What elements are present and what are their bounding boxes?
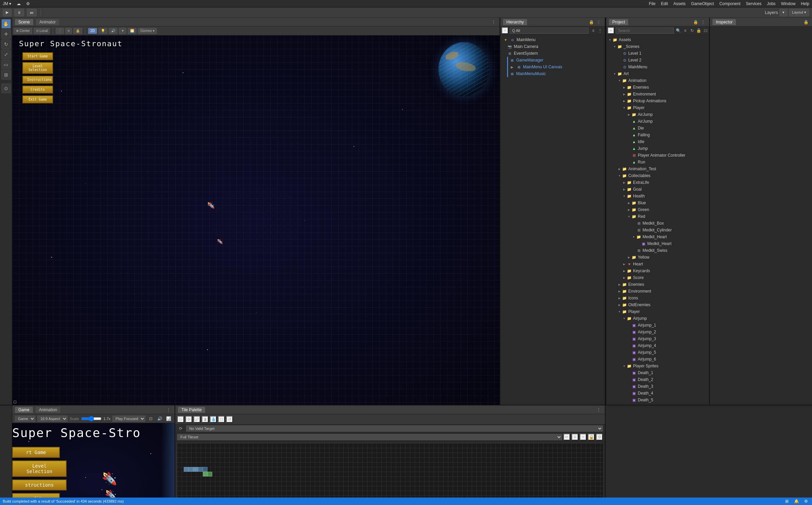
tree-airjump1[interactable]: ▣ Airjump_1 [608, 322, 708, 329]
tile-erase-btn[interactable]: ◻ [218, 416, 225, 423]
menu-jobs[interactable]: Jobs [767, 1, 775, 6]
game-maximize-btn[interactable]: ⊡ [147, 415, 154, 422]
hierarchy-filter-btn[interactable]: ≡ [590, 27, 597, 34]
tree-airjump6[interactable]: ▣ Airjump_6 [608, 356, 708, 363]
hier-mainmenu-music[interactable]: ⊞ MainMenuMusic [502, 70, 603, 77]
tree-mainmenu-scene[interactable]: ⊙ MainMenu [608, 64, 708, 70]
tree-keycards-folder[interactable]: ▶ 📁 Keycards [608, 267, 708, 274]
aspect-dropdown[interactable]: 16:9 Aspect [37, 416, 68, 422]
tree-scenes-folder[interactable]: ▼ 📁 _Scenes [608, 43, 708, 50]
collab-btn[interactable]: ☁ [17, 1, 21, 6]
tile-rotate-btn[interactable]: ↺ [226, 416, 233, 423]
scene-audio-btn[interactable]: 🔊 [109, 28, 118, 34]
tree-airjump-subfolder[interactable]: ▶ 📁 AirJump [608, 111, 708, 118]
tool-hand[interactable]: ✋ [1, 19, 11, 29]
pause-button[interactable]: ⏸ [14, 9, 24, 16]
tileset-add-btn[interactable]: + [580, 434, 587, 440]
scene-options-btn[interactable]: ⋮ [490, 19, 497, 25]
tree-jump-anim[interactable]: ▲ Jump [608, 145, 708, 152]
hier-main-camera[interactable]: 📷 Main Camera [502, 43, 603, 50]
project-refresh-btn[interactable]: ↻ [689, 27, 696, 34]
tool-custom[interactable]: ⊙ [1, 84, 11, 93]
game-select-dropdown[interactable]: Game [15, 416, 35, 422]
tab-animator[interactable]: Animator [36, 19, 59, 25]
tileset-lock-btn[interactable]: 🔒 [588, 434, 595, 440]
project-filter-btn[interactable]: ≡ [682, 27, 689, 34]
tab-animation[interactable]: Animation [36, 407, 60, 413]
tool-rotate[interactable]: ↻ [1, 39, 11, 49]
tab-scene[interactable]: Scene [15, 19, 33, 25]
play-button[interactable]: ▶ [3, 9, 12, 16]
local-global-btn[interactable]: ⊙ Local [34, 28, 50, 34]
tileset-edit-btn[interactable]: ✏ [563, 434, 570, 440]
scene-gizmos-btn[interactable]: Gizmos ▾ [138, 28, 157, 34]
game-stats-btn[interactable]: 📊 [165, 415, 172, 422]
tab-game[interactable]: Game [15, 407, 33, 413]
tree-level2[interactable]: ⊙ Level 2 [608, 57, 708, 64]
tileset-grid-btn[interactable]: # [572, 434, 578, 440]
tab-hierarchy[interactable]: Hierarchy [503, 19, 527, 25]
status-icon-1[interactable]: ⊞ [783, 498, 790, 505]
tree-death4[interactable]: ▣ Death_4 [608, 390, 708, 397]
scene-light-btn[interactable]: 💡 [98, 28, 107, 34]
project-search[interactable] [616, 28, 674, 34]
scene-view-options[interactable]: ⋮ [56, 28, 64, 34]
scene-fx-btn[interactable]: ✦ [119, 28, 126, 34]
tree-animation-folder[interactable]: ▼ 📁 Animation [608, 77, 708, 84]
mode-2d-btn[interactable]: 2D [88, 28, 97, 34]
tree-death5[interactable]: ▣ Death_5 [608, 397, 708, 403]
tree-yellow-folder[interactable]: ▶ 📁 Yellow [608, 254, 708, 261]
hierarchy-lock-btn[interactable]: 🔒 [588, 19, 595, 25]
tab-tile-palette[interactable]: Tile Palette [178, 407, 205, 413]
tree-health-folder[interactable]: ▼ 📁 Health [608, 193, 708, 199]
tree-airjump2[interactable]: ▣ Airjump_2 [608, 329, 708, 335]
status-icon-3[interactable]: ⚙ [802, 498, 809, 505]
tree-score-folder[interactable]: ▶ 📁 Score [608, 274, 708, 281]
inspector-lock-btn[interactable]: 🔒 [802, 19, 809, 25]
tile-fill-btn[interactable]: ▮ [202, 416, 209, 423]
tree-death1[interactable]: ▣ Death_1 [608, 369, 708, 376]
tile-target-dropdown[interactable]: No Valid Target [186, 425, 603, 432]
layout-dropdown[interactable]: Layout ▾ [789, 9, 809, 16]
tree-player-controller[interactable]: ⊞ Player Animator Controller [608, 152, 708, 159]
tree-art-folder[interactable]: ▼ 📁 Art [608, 70, 708, 77]
project-search-icon[interactable]: 🔍 [675, 27, 682, 34]
tile-picker-btn[interactable]: 💧 [210, 416, 217, 423]
menu-gameobject[interactable]: GameObject [691, 1, 714, 6]
project-options-btn[interactable]: ⋮ [700, 19, 706, 25]
tree-heart-folder[interactable]: ▶ ♥ Heart [608, 261, 708, 267]
tree-die-anim[interactable]: ▲ Die [608, 125, 708, 132]
tile-canvas[interactable] [177, 443, 603, 504]
hier-mainmenu-canvas[interactable]: ▶ ⊞ MainMenu UI Canvas [502, 64, 603, 70]
tree-falling-anim[interactable]: ▲ Falling [608, 132, 708, 138]
tree-red-folder[interactable]: ▼ 📁 Red [608, 213, 708, 220]
tree-medkit-cylinder[interactable]: ⊞ Medkit_Cylinder [608, 227, 708, 233]
tool-transform[interactable]: ⊞ [1, 70, 11, 80]
tree-icons-folder[interactable]: ▶ 📁 Icons [608, 295, 708, 301]
account-btn[interactable]: JM ▾ [3, 1, 11, 6]
tree-medkit-box[interactable]: ⊞ Medkit_Box [608, 220, 708, 227]
play-focused-dropdown[interactable]: Play Focused [112, 416, 145, 422]
scene-corner-handle[interactable] [14, 401, 16, 403]
layers-dropdown[interactable]: ▾ [779, 9, 788, 16]
tree-goal-folder[interactable]: ▶ 📁 Goal [608, 186, 708, 193]
tree-assets[interactable]: ▼ 📁 Assets [608, 36, 708, 43]
menu-assets[interactable]: Assets [673, 1, 686, 6]
tree-airjump5[interactable]: ▣ Airjump_5 [608, 349, 708, 356]
scene-sky-btn[interactable]: 🌅 [128, 28, 137, 34]
tree-environment-folder[interactable]: ▶ 📁 Environment [608, 91, 708, 98]
project-lock-btn[interactable]: 🔒 [692, 19, 699, 25]
status-icon-2[interactable]: 🔔 [793, 498, 800, 505]
hier-game-manager[interactable]: ⊞ GameManager [502, 57, 603, 64]
tab-inspector[interactable]: Inspector [712, 19, 736, 25]
tree-airjump4[interactable]: ▣ Airjump_4 [608, 342, 708, 349]
tree-airjump-anim[interactable]: ▲ AirJump [608, 118, 708, 125]
project-add-btn[interactable]: + [608, 27, 614, 34]
scale-slider[interactable] [81, 417, 102, 421]
tree-player-sprites-folder[interactable]: ▼ 📁 Player Sprites [608, 363, 708, 369]
tab-project[interactable]: Project [609, 19, 628, 25]
menu-file[interactable]: File [649, 1, 655, 6]
tool-rect[interactable]: ▭ [1, 60, 11, 69]
tool-scale[interactable]: ⤢ [1, 50, 11, 59]
tree-medkit-heart-folder[interactable]: ▼ 📁 Medkit_Heart [608, 233, 708, 240]
